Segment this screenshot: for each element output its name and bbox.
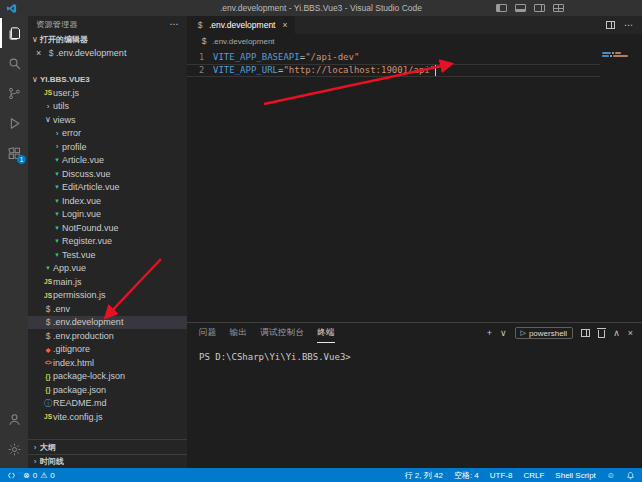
chevron-right-icon: › [30, 443, 40, 452]
activity-item-accounts[interactable] [0, 404, 28, 434]
minimap-token [610, 55, 612, 57]
terminal-dropdown-icon[interactable]: ∨ [500, 328, 507, 338]
js-file-icon: JS [43, 413, 53, 420]
code-token: "/api-dev" [305, 52, 359, 62]
status-item-4[interactable]: Shell Script [555, 471, 595, 480]
env-file-icon: $ [43, 304, 53, 314]
file-name: package-lock.json [53, 371, 125, 381]
tree-item-Index.vue[interactable]: ▼Index.vue [28, 194, 187, 208]
customize-layout-icon[interactable] [553, 4, 564, 12]
split-editor-icon[interactable] [606, 21, 615, 29]
code-editor[interactable]: 1VITE_APP_BASEAPI="/api-dev"2VITE_APP_UR… [187, 48, 642, 322]
open-editors-label: 打开的编辑器 [40, 34, 88, 45]
tree-item-Login.vue[interactable]: ▼Login.vue [28, 208, 187, 222]
status-item-1[interactable]: 空格: 4 [454, 470, 479, 481]
tree-item-utils[interactable]: ›utils [28, 100, 187, 114]
minimap[interactable] [600, 50, 642, 322]
env-file-icon: $ [195, 20, 205, 30]
tree-item-error[interactable]: ›error [28, 127, 187, 141]
vue-file-icon: ▼ [52, 157, 62, 163]
vue-file-icon: ▼ [52, 252, 62, 258]
file-name: user.js [53, 88, 79, 98]
tree-item-Article.vue[interactable]: ▼Article.vue [28, 154, 187, 168]
tree-item-.env.production[interactable]: $.env.production [28, 329, 187, 343]
shell-label: powershell [529, 329, 567, 338]
activity-item-explorer[interactable] [0, 18, 28, 48]
file-name: Login.vue [62, 209, 101, 219]
tree-item-vite.config.js[interactable]: JSvite.config.js [28, 410, 187, 424]
terminal-content[interactable]: PS D:\CSharp\Yi\Yi.BBS.Vue3> [187, 343, 642, 468]
tree-item-NotFound.vue[interactable]: ▼NotFound.vue [28, 221, 187, 235]
new-terminal-icon[interactable]: + [487, 328, 492, 338]
shell-selector[interactable]: ▷ powershell [515, 327, 574, 339]
tree-item-package-lock.json[interactable]: {}package-lock.json [28, 370, 187, 384]
tree-item-.gitignore[interactable]: ◆.gitignore [28, 343, 187, 357]
open-editor-item[interactable]: × $ .env.development [28, 46, 187, 60]
panel-tab-debug-console[interactable]: 调试控制台 [260, 323, 304, 343]
js-file-icon: JS [43, 278, 53, 285]
timeline-section-header[interactable]: › 时间线 [28, 454, 187, 468]
file-name: package.json [53, 385, 106, 395]
activity-item-source-control[interactable] [0, 78, 28, 108]
file-name: Discuss.vue [62, 169, 111, 179]
minimap-token [615, 52, 621, 54]
code-token: "http://localhost:19001/api" [283, 65, 435, 75]
tree-item-profile[interactable]: ›profile [28, 140, 187, 154]
toggle-sidebar-icon[interactable] [496, 4, 507, 12]
activity-item-extensions[interactable]: 1 [0, 138, 28, 168]
tree-item-Test.vue[interactable]: ▼Test.vue [28, 248, 187, 262]
chevron-right-icon: › [43, 102, 53, 111]
tree-item-README.md[interactable]: ⓘREADME.md [28, 397, 187, 411]
terminal-prompt: PS D:\CSharp\Yi\Yi.BBS.Vue3> [199, 352, 351, 362]
tree-item-views[interactable]: ∨views [28, 113, 187, 127]
problems-status[interactable]: ⊗ 0 ⚠ 0 [23, 471, 55, 480]
file-name: .env.production [53, 331, 114, 341]
minimap-line-1 [602, 52, 640, 54]
notifications-bell-icon[interactable] [626, 471, 635, 480]
tab-env-development[interactable]: $ .env.development × [187, 16, 295, 34]
close-panel-icon[interactable]: × [628, 328, 633, 338]
status-item-3[interactable]: CRLF [523, 471, 544, 480]
panel-tab-terminal[interactable]: 终端 [317, 323, 335, 343]
env-file-icon: $ [43, 331, 53, 341]
file-name: .env [53, 304, 70, 314]
outline-section-header[interactable]: › 大纲 [28, 440, 187, 454]
close-editor-icon[interactable]: × [36, 48, 46, 58]
explorer-icon [7, 26, 22, 41]
status-item-0[interactable]: 行 2, 列 42 [405, 470, 443, 481]
file-name: NotFound.vue [62, 223, 119, 233]
minimap-token [602, 55, 609, 57]
tree-item-EditArticle.vue[interactable]: ▼EditArticle.vue [28, 181, 187, 195]
file-name: App.vue [53, 263, 86, 273]
tree-item-.env[interactable]: $.env [28, 302, 187, 316]
tree-item-package.json[interactable]: {}package.json [28, 383, 187, 397]
panel-tab-output[interactable]: 输出 [230, 323, 248, 343]
kill-terminal-icon[interactable] [598, 330, 605, 338]
tree-item-index.html[interactable]: <>index.html [28, 356, 187, 370]
close-tab-icon[interactable]: × [282, 20, 287, 30]
status-item-2[interactable]: UTF-8 [490, 471, 513, 480]
breadcrumb[interactable]: $ .env.development [187, 34, 642, 48]
activity-item-run-debug[interactable] [0, 108, 28, 138]
tree-item-permission.js[interactable]: JSpermission.js [28, 289, 187, 303]
remote-icon[interactable] [7, 471, 16, 480]
activity-item-search[interactable] [0, 48, 28, 78]
tree-item-user.js[interactable]: JSuser.js [28, 86, 187, 100]
tree-item-App.vue[interactable]: ▼App.vue [28, 262, 187, 276]
toggle-secondary-sidebar-icon[interactable] [534, 4, 545, 12]
feedback-smiley-icon[interactable]: ☺ [607, 471, 615, 480]
split-terminal-icon[interactable] [581, 329, 590, 337]
panel-tab-problems[interactable]: 问题 [199, 323, 217, 343]
project-section-header[interactable]: ∨ YI.BBS.VUE3 [28, 72, 187, 86]
tree-item-Discuss.vue[interactable]: ▼Discuss.vue [28, 167, 187, 181]
tree-item-Register.vue[interactable]: ▼Register.vue [28, 235, 187, 249]
open-editors-section-header[interactable]: ∨ 打开的编辑器 [28, 32, 187, 46]
maximize-panel-icon[interactable]: ∧ [613, 328, 620, 338]
activity-item-settings[interactable] [0, 434, 28, 464]
tree-item-main.js[interactable]: JSmain.js [28, 275, 187, 289]
tree-item-.env.development[interactable]: $.env.development [28, 316, 187, 330]
warning-count: 0 [50, 471, 54, 480]
editor-more-actions-icon[interactable]: ⋯ [624, 20, 633, 30]
toggle-panel-icon[interactable] [515, 4, 526, 12]
more-actions-icon[interactable]: ⋯ [170, 19, 179, 29]
